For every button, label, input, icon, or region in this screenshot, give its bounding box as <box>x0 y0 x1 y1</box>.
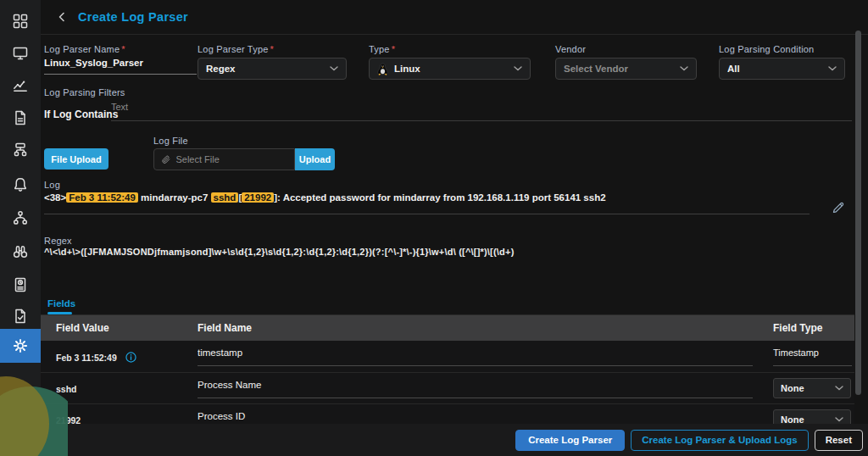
field-value-cell: sshd <box>56 384 77 394</box>
field-value-text: Feb 3 11:52:49 <box>56 353 117 363</box>
log-underline <box>44 214 810 214</box>
trend-chart-icon <box>12 77 29 94</box>
reset-button[interactable]: Reset <box>815 430 863 451</box>
table-header: Field Value Field Name Field Type <box>41 315 854 341</box>
regex-value: ^\<\d+\>([JFMAMJSONDjfmamjsond]\w+\s\d{1… <box>44 247 841 257</box>
sidebar-item-topology[interactable] <box>0 205 41 231</box>
column-field-value: Field Value <box>56 322 109 334</box>
field-name-input[interactable] <box>198 348 753 366</box>
chevron-left-icon <box>57 12 67 22</box>
chevron-down-icon <box>828 66 837 71</box>
sidebar-item-settings[interactable] <box>0 329 41 363</box>
info-icon[interactable] <box>125 352 136 363</box>
log-parser-type-label: Log Parser Type* <box>198 44 274 54</box>
sidebar-item-dashboard[interactable] <box>0 8 41 34</box>
log-parser-type-select[interactable]: Regex <box>198 58 347 80</box>
table-row: Feb 3 11:52:49 Timestamp <box>41 341 854 373</box>
chevron-down-icon <box>680 66 688 71</box>
field-value-text: sshd <box>56 384 77 394</box>
linux-penguin-icon <box>377 63 388 75</box>
if-log-contains-label: If Log Contains <box>44 108 118 120</box>
chevron-down-icon <box>835 417 843 422</box>
log-segment-highlight: 21992 <box>242 192 274 203</box>
hierarchy-icon <box>12 209 29 226</box>
vendor-placeholder: Select Vendor <box>564 64 680 74</box>
document-icon <box>12 109 29 126</box>
report-clock-icon <box>12 276 29 293</box>
sidebar-item-reports[interactable] <box>0 272 41 298</box>
table-row: sshd None <box>41 373 854 404</box>
create-log-parser-page: Create Log Parser Log Parser Name* Log P… <box>0 0 868 456</box>
field-type-value: Timestamp <box>773 348 852 366</box>
log-parser-name-input[interactable] <box>44 58 197 75</box>
log-label: Log <box>44 180 60 190</box>
select-file-field[interactable] <box>153 148 295 170</box>
log-segment-highlight: sshd <box>211 192 239 203</box>
log-parser-name-label: Log Parser Name* <box>44 44 125 54</box>
gear-icon <box>12 337 29 354</box>
log-parsing-condition-select[interactable]: All <box>719 58 845 80</box>
column-field-name: Field Name <box>198 322 252 334</box>
log-segment: mindarray-pc7 <box>138 192 211 203</box>
pencil-icon <box>832 201 845 214</box>
required-asterisk: * <box>392 44 395 54</box>
regex-label: Regex <box>44 236 72 246</box>
edit-log-button[interactable] <box>831 200 846 215</box>
sidebar <box>0 0 41 456</box>
required-asterisk: * <box>121 44 125 54</box>
upload-button[interactable]: Upload <box>295 148 335 170</box>
create-log-parser-button[interactable]: Create Log Parser <box>515 430 625 451</box>
type-value: Linux <box>394 64 514 74</box>
page-title: Create Log Parser <box>78 10 188 24</box>
type-label: Type* <box>369 44 395 54</box>
condition-value: All <box>727 64 828 74</box>
if-log-contains-input[interactable] <box>111 102 852 121</box>
log-segment: <38> <box>44 192 66 203</box>
server-network-icon <box>12 142 29 158</box>
chevron-down-icon <box>330 66 338 71</box>
tab-fields[interactable]: Fields <box>47 298 75 309</box>
log-segment: ]: Accepted password for mindarray from … <box>274 192 605 203</box>
chevron-down-icon <box>835 386 843 391</box>
sidebar-item-logs[interactable] <box>0 105 41 131</box>
column-field-type: Field Type <box>773 322 822 334</box>
field-value-cell: Feb 3 11:52:49 <box>56 352 136 363</box>
back-button[interactable] <box>53 8 70 25</box>
vendor-label: Vendor <box>555 44 586 54</box>
field-type-select[interactable]: None <box>773 378 851 398</box>
log-parsing-filters-label: Log Parsing Filters <box>44 87 125 97</box>
paperclip-icon <box>161 154 170 165</box>
required-asterisk: * <box>270 44 274 54</box>
vertical-scrollbar[interactable] <box>855 31 861 395</box>
log-parsing-condition-label: Log Parsing Condition <box>719 44 814 54</box>
field-name-input[interactable] <box>198 380 753 398</box>
dashboard-grid-icon <box>12 13 29 30</box>
field-type-value: None <box>781 383 804 393</box>
binoculars-icon <box>12 243 29 260</box>
create-log-parser-upload-logs-button[interactable]: Create Log Parser & Upload Logs <box>631 430 808 451</box>
sidebar-item-discovery[interactable] <box>0 239 41 264</box>
type-select[interactable]: Linux <box>369 58 531 80</box>
log-segment-highlight: Feb 3 11:52:49 <box>66 192 138 203</box>
sidebar-item-metrics[interactable] <box>0 73 41 98</box>
log-file-label: Log File <box>153 136 188 146</box>
sidebar-item-compliance[interactable] <box>0 303 41 329</box>
action-bar: Create Log Parser Create Log Parser & Up… <box>41 424 868 456</box>
sidebar-item-alerts[interactable] <box>0 172 41 197</box>
sidebar-item-monitoring[interactable] <box>0 41 41 66</box>
file-upload-button[interactable]: File Upload <box>44 148 108 170</box>
monitor-icon <box>12 45 29 62</box>
document-check-icon <box>12 308 29 325</box>
log-parser-type-value: Regex <box>206 64 330 74</box>
vendor-select[interactable]: Select Vendor <box>555 58 697 80</box>
page-header: Create Log Parser <box>41 0 868 35</box>
log-sample-line: <38>Feb 3 11:52:49 mindarray-pc7 sshd[21… <box>44 192 807 203</box>
select-file-input[interactable] <box>175 154 287 164</box>
bell-icon <box>12 176 29 193</box>
sidebar-item-infrastructure[interactable] <box>0 137 41 163</box>
chevron-down-icon <box>514 66 522 71</box>
